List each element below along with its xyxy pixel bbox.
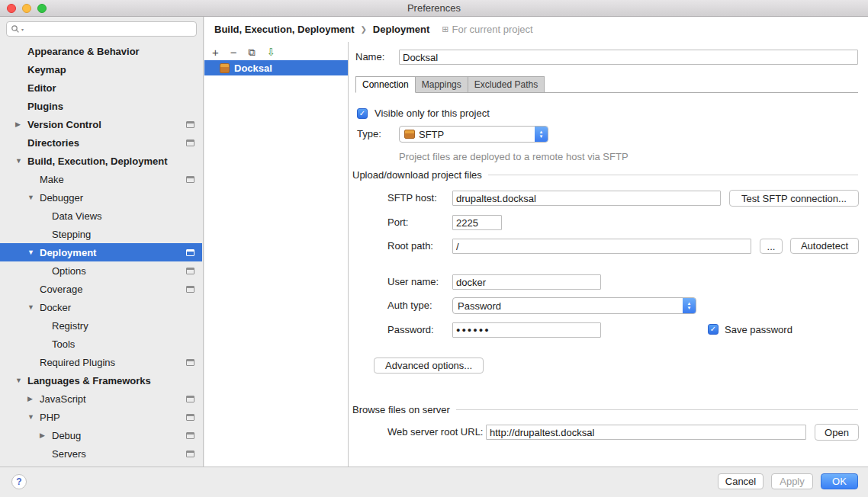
auth-type-label: Auth type:	[387, 298, 432, 313]
sidebar-item-registry[interactable]: Registry	[0, 316, 202, 335]
sidebar-item-editor[interactable]: Editor	[0, 79, 202, 97]
sidebar-item-debug[interactable]: ▶Debug	[0, 426, 202, 444]
sidebar-item-appearance-behavior[interactable]: Appearance & Behavior	[0, 42, 202, 60]
sidebar-item-debugger[interactable]: ▼Debugger	[0, 188, 202, 207]
sidebar-item-label: Make	[40, 174, 64, 185]
sidebar-item-version-control[interactable]: ▶Version Control	[0, 115, 202, 133]
user-name-input[interactable]	[452, 274, 601, 290]
per-project-settings-icon	[186, 414, 194, 421]
sidebar-item-label: Docker	[40, 302, 71, 313]
tab-connection[interactable]: Connection	[355, 76, 416, 93]
auth-type-dropdown[interactable]: Password ▲ ▼	[452, 297, 696, 314]
chevron-down-icon[interactable]: ▼	[15, 377, 27, 384]
sidebar-item-label: Registry	[52, 320, 88, 332]
help-button[interactable]: ?	[11, 474, 27, 489]
tab-mappings[interactable]: Mappings	[416, 76, 468, 92]
apply-button[interactable]: Apply	[771, 473, 813, 489]
sidebar-item-deployment[interactable]: ▼Deployment	[0, 243, 202, 261]
password-input[interactable]	[452, 322, 601, 338]
window-title: Preferences	[407, 2, 461, 14]
sidebar-item-build-execution-deployment[interactable]: ▼Build, Execution, Deployment	[0, 152, 202, 170]
test-sftp-connection-button[interactable]: Test SFTP connection...	[729, 190, 859, 207]
sidebar-item-label: PHP	[40, 412, 60, 423]
root-path-label: Root path:	[387, 239, 433, 254]
sidebar-item-required-plugins[interactable]: Required Plugins	[0, 353, 202, 371]
ok-button[interactable]: OK	[821, 473, 858, 489]
advanced-options-button[interactable]: Advanced options...	[374, 358, 484, 374]
copy-server-icon[interactable]: ⧉	[249, 47, 256, 57]
import-server-icon[interactable]: ⇩	[267, 47, 275, 57]
per-project-settings-icon	[186, 249, 194, 256]
cancel-button[interactable]: Cancel	[718, 473, 764, 489]
chevron-right-icon[interactable]: ▶	[15, 120, 27, 128]
sidebar-item-javascript[interactable]: ▶JavaScript	[0, 390, 202, 408]
sidebar-item-label: Version Control	[27, 119, 101, 130]
sidebar-item-languages-frameworks[interactable]: ▼Languages & Frameworks	[0, 371, 202, 390]
add-server-icon[interactable]: +	[212, 46, 219, 58]
sidebar-item-keymap[interactable]: Keymap	[0, 60, 202, 79]
browse-section-header: Browse files on server	[352, 403, 858, 415]
search-input[interactable]	[27, 24, 192, 34]
sidebar-item-stepping[interactable]: Stepping	[0, 225, 202, 243]
stepper-down-icon: ▼	[687, 306, 692, 310]
sidebar-item-make[interactable]: Make	[0, 170, 202, 188]
search-scope-arrow-icon[interactable]: ▾	[21, 27, 24, 32]
traffic-lights	[7, 4, 47, 13]
per-project-settings-icon	[186, 451, 194, 457]
chevron-down-icon[interactable]: ▼	[27, 303, 40, 311]
visible-only-checkbox[interactable]: ✓	[357, 108, 368, 119]
tab-excluded-paths[interactable]: Excluded Paths	[468, 76, 545, 92]
per-project-settings-icon	[186, 121, 194, 128]
sftp-protocol-icon	[404, 130, 415, 139]
sidebar-item-directories[interactable]: Directories	[0, 133, 202, 152]
dropdown-stepper-icon: ▲ ▼	[535, 127, 548, 142]
save-password-checkbox[interactable]: ✓	[708, 324, 719, 335]
sidebar-item-data-views[interactable]: Data Views	[0, 207, 202, 225]
sidebar-item-docker[interactable]: ▼Docker	[0, 298, 202, 316]
chevron-right-icon[interactable]: ▶	[27, 395, 40, 402]
sidebar-tree: Appearance & BehaviorKeymapEditorPlugins…	[0, 42, 202, 463]
browse-root-path-button[interactable]: ...	[760, 239, 783, 254]
section-divider	[456, 409, 858, 410]
autodetect-button[interactable]: Autodetect	[790, 238, 859, 254]
chevron-down-icon[interactable]: ▼	[27, 413, 40, 421]
chevron-right-icon[interactable]: ▶	[40, 431, 52, 439]
settings-sidebar: ▾ Appearance & BehaviorKeymapEditorPlugi…	[0, 17, 204, 467]
sidebar-item-label: Required Plugins	[40, 357, 115, 368]
chevron-down-icon[interactable]: ▼	[15, 157, 27, 165]
chevron-down-icon[interactable]: ▼	[27, 194, 40, 201]
breadcrumb-separator-icon: ❯	[360, 25, 366, 34]
port-input[interactable]	[452, 215, 502, 230]
type-dropdown[interactable]: SFTP ▲ ▼	[399, 126, 548, 143]
settings-search-box[interactable]: ▾	[6, 21, 197, 37]
tab-bar: ConnectionMappingsExcluded Paths	[355, 76, 858, 93]
root-path-input[interactable]	[452, 239, 751, 254]
server-item-docksal[interactable]: Docksal	[204, 60, 348, 75]
open-button[interactable]: Open	[815, 424, 859, 441]
minimize-button[interactable]	[22, 4, 31, 13]
chevron-down-icon[interactable]: ▼	[27, 248, 40, 256]
web-root-input[interactable]	[486, 425, 806, 440]
sidebar-item-label: Coverage	[40, 284, 82, 295]
remove-server-icon[interactable]: −	[230, 46, 237, 58]
zoom-button[interactable]	[37, 4, 47, 13]
scope-indicator: ⊞ For current project	[442, 24, 532, 35]
close-button[interactable]	[7, 4, 16, 13]
sftp-host-input[interactable]	[452, 191, 721, 206]
sidebar-item-label: Servers	[52, 448, 86, 460]
section-divider	[488, 175, 858, 175]
sidebar-item-label: Build, Execution, Deployment	[27, 156, 167, 167]
sidebar-item-servers[interactable]: Servers	[0, 444, 202, 463]
breadcrumb-item-current: Deployment	[373, 24, 429, 35]
sidebar-item-php[interactable]: ▼PHP	[0, 408, 202, 426]
per-project-settings-icon	[186, 176, 194, 183]
sidebar-item-tools[interactable]: Tools	[0, 335, 202, 353]
sidebar-item-coverage[interactable]: Coverage	[0, 280, 202, 298]
sidebar-item-label: Directories	[27, 137, 79, 149]
name-input[interactable]	[399, 50, 858, 65]
sidebar-item-options[interactable]: Options	[0, 261, 202, 280]
sidebar-item-label: Appearance & Behavior	[27, 46, 140, 57]
breadcrumb-item-parent[interactable]: Build, Execution, Deployment	[214, 24, 354, 35]
server-item-label: Docksal	[234, 63, 272, 74]
sidebar-item-plugins[interactable]: Plugins	[0, 97, 202, 115]
